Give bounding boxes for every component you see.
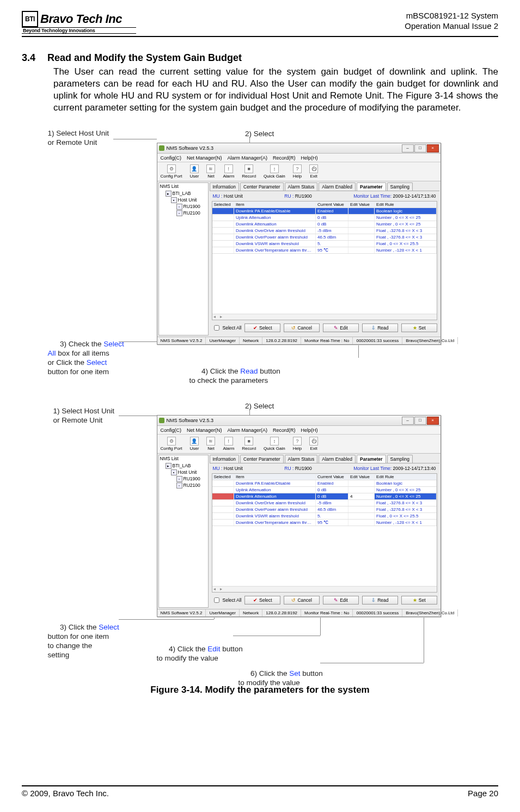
tree-ru1900[interactable]: ▫RU1900 (176, 204, 207, 210)
tool-user[interactable]: 👤User (190, 164, 199, 179)
minimize-button[interactable]: – (402, 144, 414, 152)
col-edit: Edit Value (348, 202, 375, 208)
tab-center-parameter[interactable]: Center Parameter (240, 182, 284, 191)
tool-record[interactable]: ■Record (242, 164, 256, 179)
tab-information[interactable]: Information (210, 182, 240, 191)
tool-config-port[interactable]: ⚙Config Port (161, 437, 182, 451)
tree-ru2100[interactable]: ▫RU2100 (176, 483, 207, 489)
read-button[interactable]: ⇩Read (362, 323, 398, 332)
tab-parameter[interactable]: Parameter (357, 455, 386, 463)
select-button[interactable]: ✔Select (244, 596, 280, 605)
tab-sampling[interactable]: Sampling (387, 455, 413, 463)
tab-alarm-enabled[interactable]: Alarm Enabled (319, 455, 356, 463)
close-button[interactable]: × (427, 144, 439, 152)
tab-alarm-enabled[interactable]: Alarm Enabled (319, 182, 356, 191)
tab-alarm-status[interactable]: Alarm Status (285, 182, 318, 191)
tool-record[interactable]: ■Record (242, 437, 256, 451)
nms-list-panel[interactable]: NMS List ▸BTI_LAB ▪Host Unit ▫RU1900 ▫RU… (158, 455, 209, 608)
table-row[interactable]: Downlink PA Enable/DisableEnabledBoolean… (212, 480, 437, 487)
table-row[interactable]: Downlink OverPower alarm threshold46.5 d… (212, 234, 437, 241)
table-row[interactable]: Downlink OverPower alarm threshold46.5 d… (212, 506, 437, 513)
menu-netmanager[interactable]: Net Manager(N) (187, 428, 222, 433)
tab-sampling[interactable]: Sampling (387, 182, 413, 191)
tool-config-port[interactable]: ⚙Config Port (161, 164, 182, 179)
status-user: UserManager (206, 337, 239, 344)
maximize-button[interactable]: □ (414, 417, 426, 425)
titlebar[interactable]: NMS Software V2.5.3 – □ × (157, 416, 441, 426)
table-row[interactable]: Uplink Attenuation0 dBNumber , 0 <= X <=… (212, 215, 437, 221)
cancel-button[interactable]: ↺Cancel (284, 323, 320, 332)
tool-net[interactable]: ≋Net (206, 164, 215, 179)
tree-host-unit[interactable]: ▪Host Unit ▫RU1900 ▫RU2100 (171, 197, 207, 216)
menu-config[interactable]: Config(C) (161, 428, 182, 433)
tool-alarm[interactable]: !Alarm (223, 164, 234, 179)
menu-record[interactable]: Record(R) (273, 428, 296, 433)
nms-list-panel[interactable]: NMS List ▸BTI_LAB ▪Host Unit ▫RU1900 ▫RU… (158, 182, 209, 335)
tree-root-label: BTI_LAB (173, 191, 191, 196)
table-row[interactable]: Downlink Attenuation0 dBNumber , 0 <= X … (212, 221, 437, 228)
table-row[interactable]: Downlink OverDrive alarm threshold-5 dBm… (212, 500, 437, 506)
tab-center-parameter[interactable]: Center Parameter (240, 455, 284, 463)
logo-main-text: Bravo Tech Inc (40, 12, 122, 26)
menu-alarmmanager[interactable]: Alarm Manager(A) (228, 428, 268, 433)
table-row[interactable]: Downlink OverTemperature alarm threshold… (212, 247, 437, 254)
menu-help[interactable]: Help(H) (301, 155, 318, 161)
parameter-grid[interactable]: Selected Item Current Value Edit Value E… (212, 201, 437, 320)
menu-alarmmanager[interactable]: Alarm Manager(A) (228, 155, 268, 161)
tool-alarm[interactable]: !Alarm (223, 437, 234, 451)
select-all-checkbox[interactable]: Select All (212, 323, 242, 332)
tool-user[interactable]: 👤User (190, 437, 199, 451)
minimize-button[interactable]: – (402, 417, 414, 425)
menubar[interactable]: Config(C) Net Manager(N) Alarm Manager(A… (157, 154, 441, 162)
tool-help[interactable]: ?Help (293, 164, 302, 179)
grid-scrollbar[interactable] (212, 586, 437, 592)
cancel-button[interactable]: ↺Cancel (284, 596, 320, 605)
mu-label: MU : (213, 466, 223, 471)
close-button[interactable]: × (427, 417, 439, 425)
tab-parameter[interactable]: Parameter (357, 182, 386, 191)
col-edit: Edit Value (348, 474, 375, 480)
ru-icon: ▫ (176, 210, 182, 216)
menubar[interactable]: Config(C) Net Manager(N) Alarm Manager(A… (157, 426, 441, 435)
table-row[interactable]: Downlink OverDrive alarm threshold-5 dBm… (212, 228, 437, 234)
menu-record[interactable]: Record(R) (273, 155, 296, 161)
read-button[interactable]: ⇩Read (362, 596, 398, 605)
table-row[interactable]: Uplink Attenuation0 dBNumber , 0 <= X <=… (212, 487, 437, 493)
tab-alarm-status[interactable]: Alarm Status (285, 455, 318, 463)
edit-button[interactable]: ✎Edit (323, 596, 359, 605)
tool-exit[interactable]: ⏻Exit (309, 164, 318, 179)
table-row[interactable]: Downlink Attenuation0 dB4Number , 0 <= X… (212, 493, 437, 500)
select-button[interactable]: ✔Select (244, 323, 280, 332)
maximize-button[interactable]: □ (414, 144, 426, 152)
edit-value-cell[interactable]: 4 (348, 493, 375, 500)
titlebar[interactable]: NMS Software V2.5.3 – □ × (157, 143, 441, 154)
grid-scrollbar[interactable] (212, 314, 437, 320)
tree-host-unit[interactable]: ▪Host Unit ▫RU1900 ▫RU2100 (171, 469, 207, 489)
table-row[interactable]: Downlink OverTemperature alarm threshold… (212, 520, 437, 526)
table-row[interactable]: Downlink PA Enable/DisableEnabledBoolean… (212, 208, 437, 215)
exit-icon: ⏻ (309, 437, 318, 445)
cm6b: Set (289, 669, 300, 677)
edit-button[interactable]: ✎Edit (323, 323, 359, 332)
tool-help[interactable]: ?Help (293, 437, 302, 451)
tool-exit[interactable]: ⏻Exit (309, 437, 318, 451)
tool-net[interactable]: ≋Net (206, 437, 215, 451)
set-button[interactable]: ★Set (401, 323, 437, 332)
tab-information[interactable]: Information (210, 455, 240, 463)
set-button[interactable]: ★Set (401, 596, 437, 605)
select-all-checkbox[interactable]: Select All (212, 596, 242, 605)
tool-quick-gain[interactable]: ↕Quick Gain (264, 164, 285, 179)
tree-ru1900[interactable]: ▫RU1900 (176, 476, 207, 482)
menu-config[interactable]: Config(C) (161, 155, 182, 161)
section-number: 3.4 (22, 52, 35, 64)
tree-ru2100[interactable]: ▫RU2100 (176, 210, 207, 216)
table-row[interactable]: Downlink VSWR alarm threshold5.Float , 0… (212, 241, 437, 247)
tree-root[interactable]: ▸BTI_LAB ▪Host Unit ▫RU1900 ▫RU2100 (166, 463, 207, 489)
tree-root[interactable]: ▸BTI_LAB ▪Host Unit ▫RU1900 ▫RU2100 (166, 191, 207, 216)
tool-quick-gain[interactable]: ↕Quick Gain (264, 437, 285, 451)
menu-help[interactable]: Help(H) (301, 428, 318, 433)
table-row[interactable]: Downlink VSWR alarm threshold5.Float , 0… (212, 513, 437, 520)
callout-m4: 4) Click the Edit button to modify the v… (157, 636, 243, 673)
parameter-grid[interactable]: Selected Item Current Value Edit Value E… (212, 473, 437, 593)
menu-netmanager[interactable]: Net Manager(N) (187, 155, 222, 161)
